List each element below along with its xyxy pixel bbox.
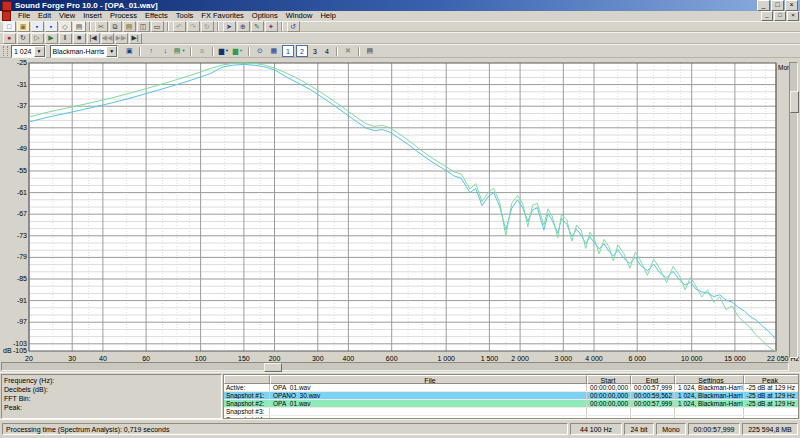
- chart-vertical-scrollbar[interactable]: [789, 62, 798, 358]
- row-settings: 1 024, Blackman-Harris;75%: [675, 400, 744, 407]
- table-row-snapshot-1[interactable]: Snapshot #1: OPANO_30.wav 00:00:00,000 0…: [224, 392, 798, 400]
- table-row-snapshot-2[interactable]: Snapshot #2: OPA_01.wav 00:00:00,000 00:…: [224, 400, 798, 408]
- go-to-end-icon[interactable]: ▶|: [129, 33, 142, 44]
- table-row-snapshot-3[interactable]: Snapshot #3:: [224, 408, 798, 416]
- play-icon[interactable]: ▶: [45, 33, 58, 44]
- print-graph-icon[interactable]: ▤: [363, 46, 376, 57]
- sonogram-colors-icon[interactable]: ▆▼: [231, 46, 244, 57]
- toolbar-separator: [89, 22, 91, 31]
- svg-text:40: 40: [99, 355, 107, 362]
- menu-tools[interactable]: Tools: [172, 11, 198, 21]
- publish-icon[interactable]: ◇: [59, 21, 72, 32]
- mix-icon[interactable]: ◫: [137, 21, 150, 32]
- chevron-down-icon[interactable]: ▼: [181, 47, 185, 55]
- menu-options[interactable]: Options: [248, 11, 282, 21]
- chart-horizontal-scrollbar[interactable]: [1, 362, 789, 371]
- save-file-icon[interactable]: ▪: [31, 21, 44, 32]
- edit-tool-icon[interactable]: ➤: [223, 21, 236, 32]
- menu-fx-favorites[interactable]: FX Favorites: [197, 11, 248, 21]
- pencil-tool-icon[interactable]: ✎: [251, 21, 264, 32]
- decibels-label: Decibels (dB):: [4, 385, 221, 394]
- chevron-down-icon[interactable]: ▼: [239, 47, 243, 55]
- save-all-icon[interactable]: ▪: [45, 21, 58, 32]
- cut-icon[interactable]: ✂: [95, 21, 108, 32]
- horizontal-scroll-thumb[interactable]: [264, 363, 282, 372]
- paste-icon[interactable]: ▤: [123, 21, 136, 32]
- svg-text:-61: -61: [17, 189, 27, 196]
- trim-icon[interactable]: ▭: [151, 21, 164, 32]
- toolbar-separator: [336, 47, 338, 56]
- go-to-start-icon[interactable]: |◀: [87, 33, 100, 44]
- snapshot-2-button[interactable]: 2: [296, 45, 308, 57]
- fft-size-select[interactable]: 1 024 ▼: [11, 45, 46, 58]
- menu-view[interactable]: View: [55, 11, 79, 21]
- spectrum-plot[interactable]: -25-31-37-43-49-55-61-67-73-79-85-91-97-…: [0, 58, 800, 372]
- menu-file[interactable]: File: [14, 11, 34, 21]
- menu-window[interactable]: Window: [282, 11, 317, 21]
- header-start[interactable]: Start: [587, 375, 631, 384]
- toolbar-drag-handle[interactable]: [3, 46, 8, 56]
- row-end: [631, 408, 675, 415]
- shift-up-icon[interactable]: ↑: [145, 46, 158, 57]
- copy-icon[interactable]: ⧉: [109, 21, 122, 32]
- minimize-button[interactable]: _: [757, 0, 770, 11]
- menu-help[interactable]: Help: [316, 11, 339, 21]
- snapshot-4-button[interactable]: 4: [322, 46, 332, 56]
- child-restore-button[interactable]: □: [774, 11, 786, 21]
- record-icon[interactable]: ●: [3, 33, 16, 44]
- event-tool-icon[interactable]: ✦: [265, 21, 278, 32]
- vertical-scroll-thumb[interactable]: [790, 91, 799, 113]
- chevron-down-icon[interactable]: ▼: [34, 46, 45, 57]
- refresh-icon[interactable]: ↺: [287, 21, 300, 32]
- child-minimize-button[interactable]: _: [761, 11, 773, 21]
- new-file-icon[interactable]: □: [3, 21, 16, 32]
- row-settings: 1 024, Blackman-Harris;75%: [675, 384, 744, 391]
- forward-icon: ▶▶: [115, 33, 128, 44]
- pause-icon[interactable]: ‖: [59, 33, 72, 44]
- graph-type-icon[interactable]: ▆▼: [217, 46, 230, 57]
- header-file[interactable]: File: [270, 375, 587, 384]
- snapshot-3-button[interactable]: 3: [310, 46, 320, 56]
- svg-text:150: 150: [238, 355, 250, 362]
- loop-playback-icon[interactable]: ↻: [17, 33, 30, 44]
- stop-icon[interactable]: ■: [73, 33, 86, 44]
- svg-text:-37: -37: [17, 102, 27, 109]
- open-file-icon[interactable]: ▣: [17, 21, 30, 32]
- play-all-icon[interactable]: ▷: [31, 33, 44, 44]
- show-position-icon[interactable]: ▦: [267, 46, 280, 57]
- transport-toolbar: ●↻▷▶‖■|◀◀◀▶▶▶|: [0, 32, 800, 44]
- child-close-button[interactable]: ×: [787, 11, 799, 21]
- header-settings[interactable]: Settings: [675, 375, 744, 384]
- menu-effects[interactable]: Effects: [141, 11, 172, 21]
- row-peak: [744, 408, 798, 415]
- smoothing-window-select[interactable]: Blackman-Harris ▼: [50, 45, 119, 58]
- print-icon[interactable]: ▤: [73, 21, 86, 32]
- grab-snapshot-icon[interactable]: ▤▼: [173, 46, 187, 57]
- toolbar-separator: [139, 47, 141, 56]
- chevron-down-icon[interactable]: ▼: [225, 47, 229, 55]
- restore-button[interactable]: □: [771, 0, 784, 11]
- svg-text:30: 30: [68, 355, 76, 362]
- menu-process[interactable]: Process: [106, 11, 141, 21]
- toolbar-separator: [212, 47, 214, 56]
- app-icon: [2, 1, 12, 11]
- menu-edit[interactable]: Edit: [34, 11, 55, 21]
- frequency-label: Frequency (Hz):: [4, 376, 221, 385]
- row-peak: -25 dB at 129 Hz: [744, 384, 798, 391]
- header-end[interactable]: End: [631, 375, 675, 384]
- realtime-update-icon[interactable]: ⊙: [253, 46, 266, 57]
- header-peak[interactable]: Peak: [744, 375, 798, 384]
- close-button[interactable]: ×: [785, 0, 798, 11]
- magnify-tool-icon[interactable]: ⊕: [237, 21, 250, 32]
- svg-text:dB: dB: [3, 347, 12, 354]
- chevron-down-icon[interactable]: ▼: [106, 46, 117, 57]
- table-row-active[interactable]: Active: OPA_01.wav 00:00:00,000 00:00:57…: [224, 384, 798, 392]
- svg-text:-73: -73: [17, 232, 27, 239]
- snapshot-1-button[interactable]: 1: [282, 45, 294, 57]
- undo-icon: ↶: [173, 21, 186, 32]
- shift-down-icon[interactable]: ↓: [159, 46, 172, 57]
- row-label: Snapshot #3:: [224, 408, 270, 415]
- svg-text:-55: -55: [17, 167, 27, 174]
- refresh-display-icon[interactable]: ▣: [123, 46, 136, 57]
- menu-insert[interactable]: Insert: [79, 11, 106, 21]
